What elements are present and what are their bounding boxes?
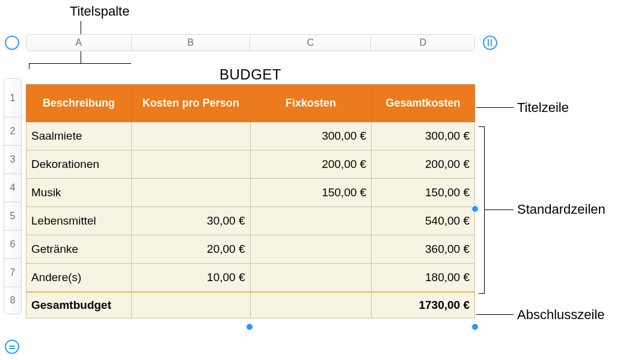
header-total[interactable]: Gesamtkosten xyxy=(372,85,475,122)
callout-line-standard xyxy=(485,209,514,210)
cell-desc[interactable]: Lebensmittel xyxy=(26,207,132,235)
add-column-handle[interactable] xyxy=(483,36,497,50)
spreadsheet-table: BUDGET Beschreibung Kosten pro Person Fi… xyxy=(26,66,475,318)
table-row: Musik 150,00 € 150,00 € xyxy=(26,179,475,207)
callout-line-footer xyxy=(476,314,514,315)
row-header-4[interactable]: 4 xyxy=(4,174,21,202)
cell-total[interactable]: 300,00 € xyxy=(372,122,475,151)
table-row: Lebensmittel 30,00 € 540,00 € xyxy=(26,207,475,235)
footer-cell[interactable] xyxy=(250,292,372,318)
canvas: Titelspalte Titelzeile Standardzeilen Ab… xyxy=(0,0,644,360)
footer-total[interactable]: 1730,00 € xyxy=(372,292,475,318)
row-header-5[interactable]: 5 xyxy=(4,202,21,231)
callout-title-row: Titelzeile xyxy=(517,100,569,116)
cell-per-person[interactable]: 10,00 € xyxy=(131,264,250,292)
cell-fixed[interactable] xyxy=(250,235,372,264)
column-header-c[interactable]: C xyxy=(250,35,371,51)
selection-handle-right[interactable] xyxy=(471,205,479,213)
row-header-6[interactable]: 6 xyxy=(4,231,21,259)
callout-standard-rows: Standardzeilen xyxy=(517,202,606,217)
bracket-standard-rows xyxy=(479,126,485,294)
table-footer-row: Gesamtbudget 1730,00 € xyxy=(26,292,475,318)
row-header-7[interactable]: 7 xyxy=(4,259,21,287)
add-row-handle[interactable] xyxy=(5,340,19,354)
table-title[interactable]: BUDGET xyxy=(26,66,475,81)
cell-fixed[interactable] xyxy=(250,207,372,235)
selection-handle-corner[interactable] xyxy=(471,323,479,331)
table-corner-handle[interactable] xyxy=(5,36,19,50)
column-header-strip: A B C D xyxy=(26,34,475,51)
cell-fixed[interactable] xyxy=(250,264,372,292)
row-header-1[interactable]: 1 xyxy=(4,79,21,117)
cell-per-person[interactable]: 30,00 € xyxy=(131,207,250,235)
callout-line-titlerow xyxy=(476,107,514,108)
cell-desc[interactable]: Dekorationen xyxy=(26,151,132,179)
cell-desc[interactable]: Musik xyxy=(26,179,132,207)
cell-total[interactable]: 150,00 € xyxy=(372,179,475,207)
cell-total[interactable]: 360,00 € xyxy=(372,235,475,264)
callout-title-column: Titelspalte xyxy=(70,4,129,19)
row-header-strip: 1 2 3 4 5 6 7 8 xyxy=(4,78,22,314)
row-header-3[interactable]: 3 xyxy=(4,146,21,174)
table-row: Getränke 20,00 € 360,00 € xyxy=(26,235,475,264)
cell-fixed[interactable]: 200,00 € xyxy=(250,151,372,179)
column-header-d[interactable]: D xyxy=(371,35,474,51)
selection-handle-bottom[interactable] xyxy=(245,323,254,331)
column-header-a[interactable]: A xyxy=(26,35,132,51)
footer-cell[interactable] xyxy=(131,292,250,318)
cell-total[interactable]: 540,00 € xyxy=(372,207,475,235)
cell-desc[interactable]: Saalmiete xyxy=(26,122,132,151)
cell-total[interactable]: 180,00 € xyxy=(372,264,475,292)
cell-desc[interactable]: Getränke xyxy=(26,235,132,264)
header-per-person[interactable]: Kosten pro Person xyxy=(131,85,250,122)
header-fixed[interactable]: Fixkosten xyxy=(250,85,372,122)
footer-label[interactable]: Gesamtbudget xyxy=(26,292,132,318)
table-row: Saalmiete 300,00 € 300,00 € xyxy=(26,122,475,151)
header-desc[interactable]: Beschreibung xyxy=(26,85,132,122)
table-row: Dekorationen 200,00 € 200,00 € xyxy=(26,151,475,179)
svg-rect-0 xyxy=(488,39,489,46)
cell-per-person[interactable] xyxy=(131,151,250,179)
cell-per-person[interactable]: 20,00 € xyxy=(131,235,250,264)
callout-footer-row: Abschlusszeile xyxy=(517,307,605,323)
cell-per-person[interactable] xyxy=(131,179,250,207)
column-header-b[interactable]: B xyxy=(132,35,250,51)
cell-fixed[interactable]: 300,00 € xyxy=(250,122,372,151)
cell-per-person[interactable] xyxy=(131,122,250,151)
table-row: Andere(s) 10,00 € 180,00 € xyxy=(26,264,475,292)
budget-table: Beschreibung Kosten pro Person Fixkosten… xyxy=(26,84,475,318)
svg-rect-1 xyxy=(491,39,492,46)
cell-total[interactable]: 200,00 € xyxy=(372,151,475,179)
cell-desc[interactable]: Andere(s) xyxy=(26,264,132,292)
cell-fixed[interactable]: 150,00 € xyxy=(250,179,372,207)
row-header-2[interactable]: 2 xyxy=(4,117,21,146)
row-header-8[interactable]: 8 xyxy=(4,287,21,314)
table-header-row: Beschreibung Kosten pro Person Fixkosten… xyxy=(26,85,475,122)
